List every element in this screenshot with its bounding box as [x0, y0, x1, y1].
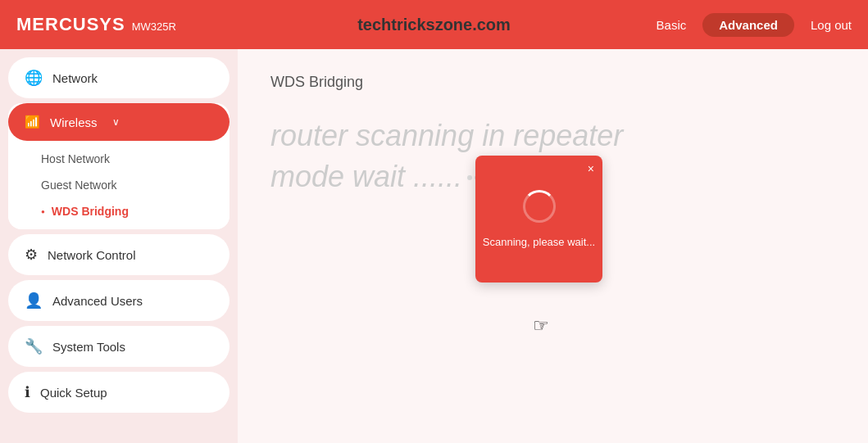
network-icon: 🌐: [25, 69, 43, 87]
page-title: WDS Bridging: [270, 74, 835, 91]
loading-spinner: [523, 190, 556, 223]
sidebar-item-network[interactable]: 🌐 Network: [8, 57, 229, 98]
logo-mercusys: MERCUSYS: [16, 14, 125, 35]
wireless-icon: 📶: [25, 115, 40, 129]
sidebar-item-wireless[interactable]: 📶 Wireless ∨: [8, 103, 229, 141]
sidebar-item-quick-setup[interactable]: ℹ Quick Setup: [8, 372, 229, 413]
sidebar: 🌐 Network 📶 Wireless ∨ Host Network Gues…: [0, 49, 238, 443]
dot-1: [467, 175, 472, 180]
wireless-section: 📶 Wireless ∨ Host Network Guest Network …: [8, 103, 229, 229]
sidebar-network-control-label: Network Control: [48, 248, 136, 262]
wireless-chevron-icon: ∨: [112, 116, 120, 128]
sidebar-item-system-tools[interactable]: 🔧 System Tools: [8, 326, 229, 367]
main-layout: 🌐 Network 📶 Wireless ∨ Host Network Gues…: [0, 49, 868, 443]
sidebar-advanced-users-label: Advanced Users: [52, 294, 143, 308]
logo-model: MW325R: [132, 20, 176, 33]
logo-area: MERCUSYS MW325R: [16, 14, 176, 35]
scanning-text-line1: router scanning in repeater: [270, 115, 762, 156]
sidebar-item-wds-bridging[interactable]: WDS Bridging: [8, 198, 229, 224]
sidebar-network-label: Network: [52, 71, 98, 85]
wireless-label: Wireless: [50, 115, 98, 129]
cursor-indicator: ☞: [533, 315, 549, 337]
advanced-nav-button[interactable]: Advanced: [702, 13, 794, 37]
quick-setup-icon: ℹ: [25, 383, 30, 401]
advanced-users-icon: 👤: [25, 292, 43, 310]
sidebar-item-guest-network[interactable]: Guest Network: [8, 172, 229, 198]
basic-nav-button[interactable]: Basic: [657, 18, 687, 32]
logout-nav-button[interactable]: Log out: [811, 18, 852, 32]
watermark: techtrickszone.com: [357, 16, 511, 34]
wireless-submenu: Host Network Guest Network WDS Bridging: [8, 141, 229, 229]
sidebar-quick-setup-label: Quick Setup: [40, 386, 107, 400]
system-tools-icon: 🔧: [25, 337, 43, 355]
scanning-text-line2: mode wait ......: [270, 156, 462, 197]
sidebar-item-host-network[interactable]: Host Network: [8, 146, 229, 172]
sidebar-system-tools-label: System Tools: [52, 340, 125, 354]
scanning-popup-label: Scanning, please wait...: [483, 236, 595, 248]
main-content: WDS Bridging router scanning in repeater…: [238, 49, 868, 443]
network-control-icon: ⚙: [25, 246, 38, 264]
sidebar-item-network-control[interactable]: ⚙ Network Control: [8, 234, 229, 275]
header-nav: Basic Advanced Log out: [657, 13, 852, 37]
popup-close-button[interactable]: ×: [588, 162, 594, 175]
sidebar-item-advanced-users[interactable]: 👤 Advanced Users: [8, 280, 229, 321]
header: MERCUSYS MW325R techtrickszone.com Basic…: [0, 0, 868, 49]
scanning-popup: × Scanning, please wait...: [475, 156, 602, 283]
